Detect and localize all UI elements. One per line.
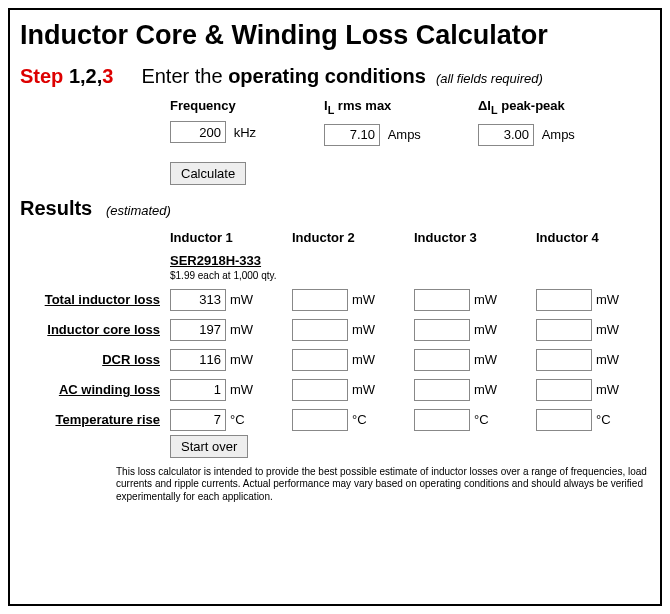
unit-1-3: mW (596, 322, 619, 337)
freq-input[interactable] (170, 121, 226, 143)
step-header: Step 1,2,3 Enter the operating condition… (20, 65, 650, 88)
val-1-3 (536, 319, 592, 341)
il-post: rms max (334, 98, 391, 113)
step-prefix: Step (20, 65, 63, 87)
val-2-0 (170, 349, 226, 371)
part-price-1: $1.99 each at 1,000 qty. (170, 270, 292, 281)
step-2: 2, (86, 65, 103, 87)
val-3-2 (414, 379, 470, 401)
row-label-0: Total inductor loss (20, 292, 170, 307)
results-estimated: (estimated) (106, 203, 171, 218)
unit-2-2: mW (474, 352, 497, 367)
val-2-1 (292, 349, 348, 371)
conditions-row: Frequency kHz IL rms max Amps ΔIL peak-p… (170, 98, 650, 146)
start-over-button[interactable]: Start over (170, 435, 248, 458)
unit-1-2: mW (474, 322, 497, 337)
row-label-4: Temperature rise (20, 412, 170, 427)
enter-pre: Enter the (141, 65, 228, 87)
unit-4-1: °C (352, 412, 367, 427)
unit-3-3: mW (596, 382, 619, 397)
val-1-1 (292, 319, 348, 341)
results-heading: Results (20, 197, 92, 219)
row-label-3: AC winding loss (20, 382, 170, 397)
unit-0-1: mW (352, 292, 375, 307)
val-0-0 (170, 289, 226, 311)
unit-3-0: mW (230, 382, 253, 397)
unit-2-3: mW (596, 352, 619, 367)
unit-1-0: mW (230, 322, 253, 337)
val-3-3 (536, 379, 592, 401)
val-0-1 (292, 289, 348, 311)
page-title: Inductor Core & Winding Loss Calculator (20, 20, 650, 51)
dil-sub: L (491, 104, 498, 116)
unit-0-0: mW (230, 292, 253, 307)
unit-1-1: mW (352, 322, 375, 337)
il-unit: Amps (388, 127, 421, 142)
freq-label: Frequency (170, 98, 300, 113)
il-label: IL rms max (324, 98, 454, 116)
val-2-3 (536, 349, 592, 371)
dil-unit: Amps (542, 127, 575, 142)
row-label-1: Inductor core loss (20, 322, 170, 337)
val-4-2 (414, 409, 470, 431)
val-1-2 (414, 319, 470, 341)
val-0-2 (414, 289, 470, 311)
dil-label: ΔIL peak-peak (478, 98, 608, 116)
unit-0-2: mW (474, 292, 497, 307)
freq-unit: kHz (234, 125, 256, 140)
unit-0-3: mW (596, 292, 619, 307)
part-link-1[interactable]: SER2918H-333 (170, 253, 292, 268)
col-head-2: Inductor 2 (292, 230, 414, 245)
step-1: 1, (63, 65, 85, 87)
col-head-3: Inductor 3 (414, 230, 536, 245)
val-3-0 (170, 379, 226, 401)
unit-4-3: °C (596, 412, 611, 427)
val-3-1 (292, 379, 348, 401)
enter-strong: operating conditions (228, 65, 426, 87)
dil-post: peak-peak (498, 98, 565, 113)
unit-4-2: °C (474, 412, 489, 427)
row-label-2: DCR loss (20, 352, 170, 367)
calculate-button[interactable]: Calculate (170, 162, 246, 185)
col-head-1: Inductor 1 (170, 230, 292, 245)
unit-2-1: mW (352, 352, 375, 367)
col-head-4: Inductor 4 (536, 230, 658, 245)
dil-pre: ΔI (478, 98, 491, 113)
unit-2-0: mW (230, 352, 253, 367)
val-4-3 (536, 409, 592, 431)
val-1-0 (170, 319, 226, 341)
val-4-0 (170, 409, 226, 431)
val-4-1 (292, 409, 348, 431)
all-fields-required: (all fields required) (436, 71, 543, 86)
step-3: 3 (102, 65, 113, 87)
val-2-2 (414, 349, 470, 371)
dil-input[interactable] (478, 124, 534, 146)
unit-3-2: mW (474, 382, 497, 397)
results-table: Inductor 1 Inductor 2 Inductor 3 Inducto… (20, 230, 650, 431)
disclaimer: This loss calculator is intended to prov… (116, 466, 656, 504)
val-0-3 (536, 289, 592, 311)
unit-3-1: mW (352, 382, 375, 397)
unit-4-0: °C (230, 412, 245, 427)
il-input[interactable] (324, 124, 380, 146)
